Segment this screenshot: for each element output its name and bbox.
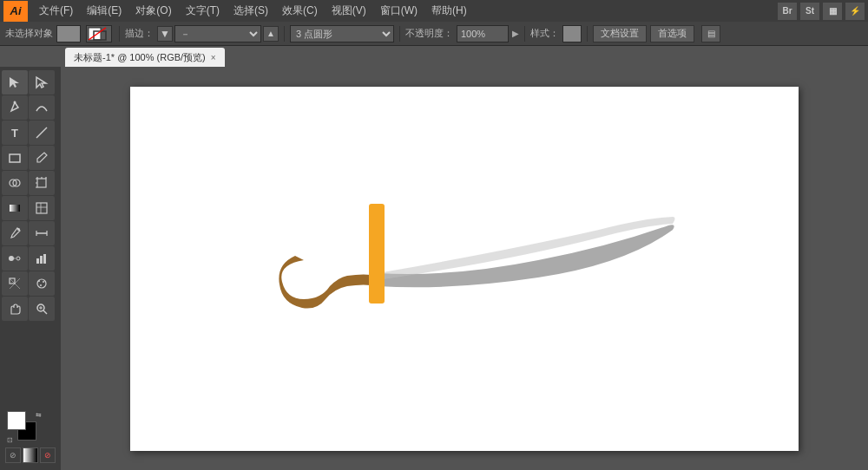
line-tool[interactable] (29, 121, 55, 145)
none-fill-icon[interactable]: ⊘ (5, 447, 21, 463)
svg-point-35 (40, 284, 42, 286)
artboard-tool[interactable] (29, 171, 55, 195)
tool-row-eyedropper (2, 221, 59, 245)
svg-rect-29 (40, 256, 43, 264)
column-graph-tool[interactable] (29, 246, 55, 271)
select-tool[interactable] (2, 70, 28, 95)
brush-select[interactable]: 3 点圆形 (290, 25, 394, 42)
direct-select-tool[interactable] (29, 70, 55, 95)
tool-row-rect (2, 146, 59, 170)
top-bar-right: Br St ▦ ⚡ (778, 3, 865, 20)
opacity-label: 不透明度： (405, 27, 453, 40)
svg-line-6 (36, 127, 47, 138)
menu-bar: Ai 文件(F) 编辑(E) 对象(O) 文字(T) 选择(S) 效果(C) 视… (0, 0, 868, 22)
stroke-label: 描边： (125, 27, 154, 40)
stroke-up-btn[interactable]: ▲ (263, 26, 279, 42)
opacity-input[interactable] (457, 25, 509, 42)
svg-rect-18 (36, 203, 47, 213)
doc-settings-btn[interactable]: 文档设置 (593, 25, 647, 42)
menu-effect[interactable]: 效果(C) (276, 2, 324, 20)
tab-bar: 未标题-1* @ 100% (RGB/预览) × (0, 46, 868, 67)
svg-point-5 (14, 101, 16, 104)
divider-3 (399, 26, 400, 42)
document-tab[interactable]: 未标题-1* @ 100% (RGB/预览) × (65, 48, 225, 67)
tab-title: 未标题-1* @ 100% (RGB/预览) (74, 51, 206, 64)
grid-icon[interactable]: ▦ (823, 3, 842, 20)
tool-row-pen (2, 95, 59, 120)
slice-tool[interactable] (2, 271, 28, 296)
tool-row-gradient (2, 196, 59, 220)
symbol-sprayer-tool[interactable] (29, 271, 55, 296)
preferences-btn[interactable]: 首选项 (650, 25, 694, 42)
shape-builder-tool[interactable] (2, 171, 28, 195)
fill-swatch[interactable] (56, 25, 81, 42)
no-selection-label: 未选择对象 (5, 27, 53, 40)
svg-line-37 (43, 310, 47, 314)
gradient-tool[interactable] (2, 196, 28, 220)
menu-type[interactable]: 文字(T) (180, 2, 226, 20)
tool-row-slice (2, 271, 59, 296)
gradient-icon[interactable] (23, 447, 38, 463)
stroke-weight-select[interactable]: － (174, 25, 261, 42)
rectangle-tool[interactable] (2, 146, 28, 170)
svg-point-33 (38, 280, 40, 282)
style-swatch[interactable] (562, 25, 582, 42)
guard-svg (364, 204, 390, 308)
divider-5 (587, 26, 588, 42)
type-tool[interactable]: T (2, 121, 28, 145)
sword-illustration (278, 199, 677, 321)
menu-edit[interactable]: 编辑(E) (81, 2, 128, 20)
lightning-icon[interactable]: ⚡ (845, 3, 865, 20)
tool-row-select (2, 70, 59, 95)
style-label: 样式： (530, 27, 559, 40)
menu-help[interactable]: 帮助(H) (425, 2, 473, 20)
svg-rect-17 (10, 205, 20, 212)
tool-row-shape (2, 171, 59, 195)
reset-colors-icon[interactable]: ⊡ (7, 436, 13, 444)
tool-row-blend (2, 246, 59, 271)
color-swatches: ⇆ ⊡ ⊘ ⊘ (2, 408, 59, 467)
hand-tool[interactable] (2, 297, 28, 321)
swap-colors-icon[interactable]: ⇆ (36, 411, 42, 419)
menu-file[interactable]: 文件(F) (33, 2, 79, 20)
tool-row-type: T (2, 121, 59, 145)
stock-icon[interactable]: St (800, 3, 819, 20)
svg-point-21 (17, 228, 20, 231)
toolbar: T (0, 67, 61, 470)
blend-tool[interactable] (2, 246, 28, 271)
svg-marker-3 (10, 77, 19, 88)
svg-rect-30 (43, 254, 46, 264)
zoom-tool[interactable] (29, 297, 55, 321)
svg-marker-4 (36, 77, 46, 88)
bridge-icon[interactable]: Br (778, 3, 797, 20)
properties-bar: 未选择对象 描边： ▼ － ▲ 3 点圆形 不透明度： ▶ 样式： 文档设置 首… (0, 22, 868, 46)
pencil-tool[interactable] (29, 146, 55, 170)
menu-window[interactable]: 窗口(W) (374, 2, 424, 20)
opacity-arrow[interactable]: ▶ (512, 29, 519, 38)
eyedropper-tool[interactable] (2, 221, 28, 245)
divider-2 (284, 26, 285, 42)
menu-object[interactable]: 对象(O) (129, 2, 177, 20)
tab-close-btn[interactable]: × (211, 53, 216, 62)
curvature-tool[interactable] (29, 95, 55, 120)
stroke-icon[interactable] (86, 25, 112, 42)
app-logo: Ai (3, 1, 28, 22)
pen-tool[interactable] (2, 95, 28, 120)
foreground-color-swatch[interactable] (7, 411, 26, 430)
stroke-down-btn[interactable]: ▼ (157, 26, 173, 42)
tool-row-hand (2, 297, 59, 321)
divider-4 (524, 26, 525, 42)
menu-view[interactable]: 视图(V) (326, 2, 372, 20)
svg-rect-10 (37, 179, 46, 187)
divider-1 (119, 26, 120, 42)
mesh-tool[interactable] (29, 196, 55, 220)
svg-point-34 (43, 281, 44, 283)
menu-select[interactable]: 选择(S) (227, 2, 274, 20)
canvas-area (61, 67, 868, 470)
none-swatch-icon[interactable]: ⊘ (40, 447, 56, 463)
svg-rect-7 (10, 154, 20, 162)
measure-tool[interactable] (29, 221, 55, 245)
svg-point-25 (9, 256, 14, 261)
arrange-icon[interactable]: ▤ (701, 25, 720, 42)
svg-point-26 (16, 257, 20, 260)
